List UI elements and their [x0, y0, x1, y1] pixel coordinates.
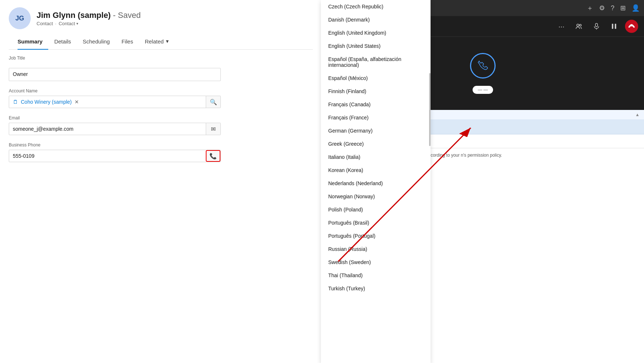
saved-badge: - Saved	[113, 11, 141, 20]
tab-related[interactable]: Related ▾	[139, 34, 175, 50]
crm-panel: JG Jim Glynn (sample) - Saved Contact · …	[0, 0, 322, 363]
email-field: Email someone_j@example.com ✉	[9, 115, 313, 135]
header-top: JG Jim Glynn (sample) - Saved Contact · …	[9, 7, 313, 29]
account-name-link[interactable]: Coho Winery (sample)	[21, 99, 72, 105]
grid-icon[interactable]: ⊞	[620, 4, 626, 12]
pause-button[interactable]	[607, 20, 621, 33]
email-value: someone_j@example.com	[9, 123, 206, 135]
language-item[interactable]: English (United States)	[321, 39, 431, 53]
hangup-button[interactable]	[625, 20, 638, 33]
language-item[interactable]: Português (Brasil)	[321, 216, 431, 229]
chevron-down-icon: ▾	[76, 22, 78, 26]
language-item[interactable]: Thai (Thailand)	[321, 269, 431, 282]
phone-call-button[interactable]: 📞	[206, 150, 220, 162]
account-name-label: Account Name	[9, 88, 313, 93]
collapse-button[interactable]: ▲	[635, 112, 640, 117]
language-item[interactable]: Turkish (Turkey)	[321, 282, 431, 295]
language-item[interactable]: Korean (Korea)	[321, 164, 431, 177]
language-item[interactable]: Français (France)	[321, 111, 431, 124]
phone-ring-animation	[470, 53, 496, 79]
crm-header: JG Jim Glynn (sample) - Saved Contact · …	[0, 0, 322, 50]
avatar: JG	[9, 7, 31, 29]
email-button[interactable]: ✉	[206, 123, 220, 135]
search-icon: 🔍	[210, 99, 217, 106]
owner-field: Owner	[9, 68, 313, 81]
svg-rect-5	[615, 24, 616, 29]
more-options-button[interactable]: ···	[555, 20, 568, 33]
contact-pill: — —	[473, 86, 493, 94]
language-item[interactable]: German (Germany)	[321, 124, 431, 137]
subtitle: Contact · Contact ▾	[37, 21, 141, 26]
people-icon	[575, 23, 583, 30]
language-item[interactable]: Italiano (Italia)	[321, 150, 431, 164]
chevron-down-icon: ▾	[166, 38, 169, 45]
account-name-field: Account Name 🗒 Coho Winery (sample) ✕ 🔍	[9, 88, 313, 108]
business-phone-field: Business Phone 555-0109 📞	[9, 142, 313, 162]
language-item[interactable]: Polish (Poland)	[321, 203, 431, 216]
business-phone-value: 555-0109	[9, 150, 206, 162]
owner-value: Owner	[9, 68, 221, 81]
language-item[interactable]: Danish (Denmark)	[321, 13, 431, 26]
account-name-input: 🗒 Coho Winery (sample) ✕ 🔍	[9, 96, 221, 108]
mic-icon	[593, 23, 600, 30]
crm-nav: Summary Details Scheduling Files Related…	[9, 34, 313, 50]
hangup-icon	[628, 24, 635, 29]
job-title-label: Job Title	[9, 56, 313, 61]
account-name-value: 🗒 Coho Winery (sample) ✕	[9, 96, 206, 108]
language-item[interactable]: Français (Canada)	[321, 98, 431, 111]
close-icon[interactable]: ✕	[75, 99, 79, 105]
account-search-button[interactable]: 🔍	[206, 96, 220, 108]
tab-files[interactable]: Files	[115, 34, 139, 50]
svg-rect-2	[595, 23, 598, 27]
scrollbar[interactable]	[429, 73, 431, 146]
tab-summary[interactable]: Summary	[18, 34, 48, 50]
job-title-field: Job Title	[9, 56, 313, 61]
tab-details[interactable]: Details	[48, 34, 77, 50]
dot-separator: ·	[55, 21, 57, 26]
svg-point-0	[577, 24, 579, 26]
language-item[interactable]: Russian (Russia)	[321, 242, 431, 256]
mic-button[interactable]	[590, 20, 603, 33]
person-icon[interactable]: 👤	[632, 4, 640, 12]
title-section: Jim Glynn (sample) - Saved Contact · Con…	[37, 11, 141, 26]
language-item[interactable]: Norwegian (Norway)	[321, 190, 431, 203]
help-icon[interactable]: ?	[611, 4, 614, 12]
people-button[interactable]	[572, 20, 586, 33]
email-input: someone_j@example.com ✉	[9, 123, 221, 135]
language-item[interactable]: Español (España, alfabetización internac…	[321, 53, 431, 72]
language-item[interactable]: Português (Portugal)	[321, 229, 431, 242]
business-phone-input: 555-0109 📞	[9, 150, 221, 162]
language-item[interactable]: Finnish (Finland)	[321, 85, 431, 98]
add-icon[interactable]: ＋	[587, 4, 593, 12]
contact-type-label: Contact	[58, 21, 75, 26]
contact-type-dropdown[interactable]: Contact ▾	[58, 21, 78, 26]
pause-icon	[611, 23, 617, 30]
email-label: Email	[9, 115, 313, 121]
contact-name-pill: — —	[478, 87, 488, 92]
phone-icon: 📞	[209, 153, 217, 160]
language-item[interactable]: Swedish (Sweden)	[321, 256, 431, 269]
language-dropdown: Czech (Czech Republic) Danish (Denmark) …	[321, 0, 431, 363]
tab-scheduling[interactable]: Scheduling	[77, 34, 115, 50]
language-item[interactable]: Nederlands (Nederland)	[321, 177, 431, 190]
language-item[interactable]: English (United Kingdom)	[321, 26, 431, 39]
account-icon: 🗒	[13, 99, 18, 105]
language-item[interactable]: Czech (Czech Republic)	[321, 0, 431, 13]
business-phone-label: Business Phone	[9, 142, 313, 148]
phone-icon	[476, 59, 489, 72]
language-item[interactable]: Español (México)	[321, 72, 431, 85]
subtitle-type: Contact	[37, 21, 53, 26]
svg-rect-4	[612, 24, 613, 29]
crm-content: Job Title Owner Account Name 🗒 Coho Wine…	[0, 50, 322, 363]
svg-point-1	[580, 24, 582, 26]
language-item[interactable]: Greek (Greece)	[321, 137, 431, 150]
contact-name: Jim Glynn (sample) - Saved	[37, 11, 141, 20]
settings-icon[interactable]: ⚙	[599, 4, 605, 12]
email-icon: ✉	[211, 126, 216, 133]
